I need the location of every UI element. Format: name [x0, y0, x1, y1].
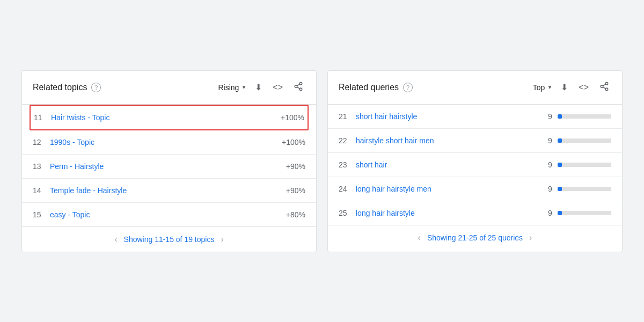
item-value-4: +90%	[286, 186, 305, 195]
right-next-button[interactable]: ›	[529, 233, 532, 243]
right-dropdown-arrow-icon: ▼	[547, 84, 552, 90]
svg-point-6	[601, 85, 603, 87]
right-help-icon[interactable]: ?	[403, 83, 413, 92]
item-label-3[interactable]: Perm - Hairstyle	[50, 162, 104, 171]
main-container: Related topics ? Rising ▼ ⬇ <>	[11, 60, 633, 263]
right-panel-header: Related queries ? Top ▼ ⬇ <>	[328, 71, 622, 105]
bar-track-3	[558, 163, 611, 167]
left-next-button[interactable]: ›	[221, 235, 223, 244]
related-queries-panel: Related queries ? Top ▼ ⬇ <>	[327, 70, 623, 252]
bar-value-2: 9	[548, 136, 553, 145]
list-item-5: 15 easy - Topic +80%	[22, 203, 316, 226]
query-item-4: 24 long hair hairstyle men 9	[328, 177, 622, 201]
bar-track-2	[558, 138, 611, 143]
item-value-5: +80%	[286, 210, 305, 219]
item-label-2[interactable]: 1990s - Topic	[50, 138, 94, 147]
query-label-4[interactable]: long hair hairstyle men	[356, 185, 431, 193]
query-label-3[interactable]: short hair	[356, 160, 387, 169]
left-panel-title-area: Related topics ?	[33, 83, 101, 92]
bar-fill-2	[558, 138, 562, 143]
bar-value-3: 9	[548, 160, 553, 169]
bar-track-4	[558, 187, 611, 191]
query-number-4: 24	[339, 185, 349, 193]
query-label-2[interactable]: hairstyle short hair men	[356, 136, 434, 145]
item-label-4[interactable]: Temple fade - Hairstyle	[50, 186, 127, 195]
right-download-button[interactable]: ⬇	[559, 80, 570, 94]
bar-track-1	[558, 114, 611, 119]
query-number-2: 22	[339, 136, 349, 145]
left-dropdown-arrow-icon: ▼	[241, 84, 246, 90]
left-dropdown-button[interactable]: Rising ▼	[218, 83, 247, 92]
right-panel-body: 21 short hair hairstyle 9 22 hairstyle s…	[328, 105, 622, 225]
right-panel-controls: Top ▼ ⬇ <>	[533, 79, 611, 96]
item-value-3: +90%	[286, 162, 305, 171]
item-left-1: 11 Hair twists - Topic	[34, 113, 109, 122]
query-bar-5: 9	[548, 209, 611, 217]
query-bar-4: 9	[548, 185, 611, 193]
left-panel-controls: Rising ▼ ⬇ <>	[218, 79, 306, 96]
left-share-button[interactable]	[291, 79, 305, 96]
bar-fill-5	[558, 211, 562, 215]
query-item-5: 25 long hair hairstyle 9	[328, 201, 622, 225]
query-item-2: 22 hairstyle short hair men 9	[328, 129, 622, 153]
right-code-button[interactable]: <>	[576, 80, 591, 94]
list-item-highlighted: 11 Hair twists - Topic +100%	[30, 105, 309, 130]
item-label-1[interactable]: Hair twists - Topic	[51, 113, 109, 122]
item-number-4: 14	[33, 186, 43, 195]
query-bar-3: 9	[548, 160, 611, 169]
right-panel-footer: ‹ Showing 21-25 of 25 queries ›	[328, 225, 622, 250]
right-panel-title-area: Related queries ?	[339, 83, 413, 92]
left-footer-text[interactable]: Showing 11-15 of 19 topics	[124, 235, 215, 244]
list-item-2: 12 1990s - Topic +100%	[22, 130, 316, 155]
query-label-1[interactable]: short hair hairstyle	[356, 112, 417, 121]
related-topics-panel: Related topics ? Rising ▼ ⬇ <>	[21, 70, 317, 252]
bar-fill-3	[558, 163, 562, 167]
bar-value-5: 9	[548, 209, 553, 217]
svg-line-8	[603, 87, 605, 89]
item-value-2: +100%	[282, 138, 305, 147]
right-panel-title: Related queries	[339, 83, 399, 92]
bar-fill-4	[558, 187, 562, 191]
right-footer-text[interactable]: Showing 21-25 of 25 queries	[427, 233, 523, 242]
list-item-3: 13 Perm - Hairstyle +90%	[22, 155, 316, 179]
query-item-1: 21 short hair hairstyle 9	[328, 105, 622, 129]
svg-point-7	[605, 88, 608, 91]
query-bar-1: 9	[548, 112, 611, 121]
item-number-2: 12	[33, 138, 43, 147]
query-number-5: 25	[339, 209, 349, 217]
svg-point-2	[299, 88, 302, 91]
item-label-5[interactable]: easy - Topic	[50, 210, 90, 219]
svg-point-1	[295, 85, 297, 87]
list-item-4: 14 Temple fade - Hairstyle +90%	[22, 179, 316, 203]
bar-fill-1	[558, 114, 562, 119]
svg-line-9	[603, 84, 605, 85]
query-label-5[interactable]: long hair hairstyle	[356, 209, 415, 217]
left-download-button[interactable]: ⬇	[253, 80, 264, 94]
right-prev-button[interactable]: ‹	[418, 233, 421, 243]
query-number-3: 23	[339, 160, 349, 169]
list-item-inner-1: 11 Hair twists - Topic +100%	[31, 106, 308, 129]
item-number-3: 13	[33, 162, 43, 171]
bar-track-5	[558, 211, 611, 215]
left-panel-footer: ‹ Showing 11-15 of 19 topics ›	[22, 226, 316, 252]
query-item-3: 23 short hair 9	[328, 153, 622, 177]
left-panel-header: Related topics ? Rising ▼ ⬇ <>	[22, 71, 316, 105]
left-prev-button[interactable]: ‹	[114, 235, 117, 244]
query-bar-2: 9	[548, 136, 611, 145]
item-number-1: 11	[34, 113, 45, 122]
bar-value-4: 9	[548, 185, 553, 193]
left-panel-body: 11 Hair twists - Topic +100% 12 1990s - …	[22, 105, 316, 226]
item-value-1: +100%	[281, 113, 304, 122]
svg-line-3	[297, 87, 299, 89]
svg-line-4	[297, 84, 299, 85]
left-help-icon[interactable]: ?	[91, 83, 101, 92]
svg-point-0	[299, 82, 302, 85]
left-code-button[interactable]: <>	[270, 80, 285, 94]
left-panel-title: Related topics	[33, 83, 87, 92]
query-number-1: 21	[339, 112, 349, 121]
right-dropdown-button[interactable]: Top ▼	[533, 83, 552, 92]
bar-value-1: 9	[548, 112, 553, 121]
item-number-5: 15	[33, 210, 43, 219]
svg-point-5	[605, 82, 608, 85]
right-share-button[interactable]	[597, 79, 611, 96]
